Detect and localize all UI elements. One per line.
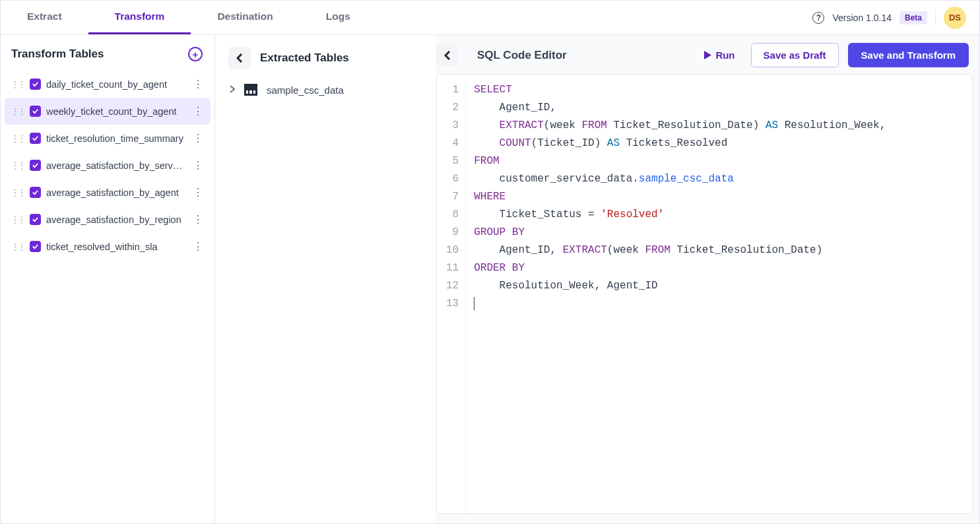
extracted-panel-title: Extracted Tables <box>260 51 427 65</box>
line-number: 2 <box>443 99 461 117</box>
transform-table-name: average_satisfaction_by_region <box>46 214 183 225</box>
drag-handle-icon[interactable]: ⋮⋮ <box>11 161 24 170</box>
tab-transform[interactable]: Transform <box>88 1 191 34</box>
line-number: 9 <box>443 224 461 242</box>
transform-table-name: average_satisfaction_by_service... <box>46 160 183 171</box>
transform-table-item[interactable]: ⋮⋮average_satisfaction_by_region⋮ <box>5 206 211 233</box>
line-number: 3 <box>443 117 461 135</box>
transform-table-name: ticket_resolved_within_sla <box>46 242 183 252</box>
more-options-button[interactable]: ⋮ <box>189 212 207 227</box>
drag-handle-icon[interactable]: ⋮⋮ <box>11 134 24 143</box>
transform-table-item[interactable]: ⋮⋮ticket_resolution_time_summary⋮ <box>5 125 211 152</box>
add-transform-button[interactable]: + <box>188 47 203 61</box>
drag-handle-icon[interactable]: ⋮⋮ <box>11 242 24 251</box>
transform-panel-header: Transform Tables + <box>5 43 211 71</box>
code-line[interactable]: Agent_ID, EXTRACT(week FROM Ticket_Resol… <box>474 242 964 259</box>
collapse-extracted-button[interactable] <box>436 44 459 67</box>
transform-panel-title: Transform Tables <box>11 48 104 61</box>
code-line[interactable]: ORDER BY <box>474 259 964 277</box>
more-options-button[interactable]: ⋮ <box>189 239 207 254</box>
editor-header: SQL Code Editor Run Save as Draft Save a… <box>436 42 973 74</box>
more-options-button[interactable]: ⋮ <box>189 158 207 173</box>
line-number: 10 <box>443 242 461 259</box>
more-options-button[interactable]: ⋮ <box>189 77 207 92</box>
avatar[interactable]: DS <box>944 7 966 29</box>
line-number: 6 <box>443 170 461 188</box>
line-number: 4 <box>443 135 461 152</box>
line-number: 7 <box>443 188 461 206</box>
help-icon[interactable]: ? <box>812 12 824 24</box>
line-number: 13 <box>443 295 461 313</box>
extracted-table-list: sample_csc_data <box>220 81 431 98</box>
code-line[interactable]: Ticket_Status = 'Resolved' <box>474 206 964 224</box>
code-line[interactable]: WHERE <box>474 188 964 206</box>
table-icon <box>244 84 257 96</box>
tab-logs[interactable]: Logs <box>300 1 377 34</box>
beta-badge: Beta <box>899 11 927 24</box>
extracted-panel-header: Extracted Tables <box>220 43 431 81</box>
line-number: 5 <box>443 152 461 170</box>
transform-table-name: ticket_resolution_time_summary <box>46 133 183 144</box>
tab-extract[interactable]: Extract <box>1 1 88 34</box>
checkbox[interactable] <box>30 241 41 252</box>
code-area[interactable]: SELECT Agent_ID, EXTRACT(week FROM Ticke… <box>466 75 972 513</box>
code-line[interactable]: Agent_ID, <box>474 99 964 117</box>
version-label: Version 1.0.14 <box>832 13 892 23</box>
main-area: Transform Tables + ⋮⋮daily_ticket_count_… <box>1 35 979 523</box>
transform-table-name: average_satisfaction_by_agent <box>46 187 183 198</box>
drag-handle-icon[interactable]: ⋮⋮ <box>11 215 24 224</box>
code-line[interactable]: Resolution_Week, Agent_ID <box>474 277 964 295</box>
transform-table-item[interactable]: ⋮⋮ticket_resolved_within_sla⋮ <box>5 233 211 260</box>
save-transform-button[interactable]: Save and Transform <box>848 43 969 67</box>
more-options-button[interactable]: ⋮ <box>189 104 207 119</box>
collapse-transform-button[interactable] <box>228 47 251 69</box>
main-tabs: ExtractTransformDestinationLogs <box>1 1 377 34</box>
chevron-left-icon <box>236 53 243 63</box>
run-button[interactable]: Run <box>698 44 741 66</box>
code-line[interactable]: GROUP BY <box>474 224 964 242</box>
checkbox[interactable] <box>30 133 41 144</box>
transform-table-item[interactable]: ⋮⋮average_satisfaction_by_service...⋮ <box>5 152 211 179</box>
code-line[interactable]: EXTRACT(week FROM Ticket_Resolution_Date… <box>474 117 964 135</box>
transform-table-name: weekly_ticket_count_by_agent <box>46 106 183 117</box>
checkbox[interactable] <box>30 160 41 171</box>
code-line[interactable]: SELECT <box>474 81 964 99</box>
code-editor[interactable]: 12345678910111213 SELECT Agent_ID, EXTRA… <box>436 74 973 514</box>
drag-handle-icon[interactable]: ⋮⋮ <box>11 80 24 89</box>
transform-table-list: ⋮⋮daily_ticket_count_by_agent⋮⋮⋮weekly_t… <box>5 71 211 260</box>
line-number: 8 <box>443 206 461 224</box>
topbar: ExtractTransformDestinationLogs ? Versio… <box>1 1 979 35</box>
tab-destination[interactable]: Destination <box>191 1 299 34</box>
chevron-right-icon[interactable] <box>230 84 235 95</box>
more-options-button[interactable]: ⋮ <box>189 185 207 200</box>
line-number: 11 <box>443 259 461 277</box>
drag-handle-icon[interactable]: ⋮⋮ <box>11 107 24 116</box>
extracted-table-name: sample_csc_data <box>267 84 344 96</box>
transform-table-item[interactable]: ⋮⋮daily_ticket_count_by_agent⋮ <box>5 71 211 98</box>
line-number: 1 <box>443 81 461 99</box>
checkbox[interactable] <box>30 106 41 117</box>
app-root: ExtractTransformDestinationLogs ? Versio… <box>0 0 980 524</box>
chevron-left-icon <box>444 51 451 60</box>
extracted-table-item[interactable]: sample_csc_data <box>226 81 431 98</box>
transform-table-name: daily_ticket_count_by_agent <box>46 79 183 90</box>
code-line[interactable]: customer_service_data.sample_csc_data <box>474 170 964 188</box>
more-options-button[interactable]: ⋮ <box>189 131 207 146</box>
checkbox[interactable] <box>30 79 41 90</box>
checkbox[interactable] <box>30 214 41 225</box>
transform-table-item[interactable]: ⋮⋮weekly_ticket_count_by_agent⋮ <box>5 98 211 125</box>
transform-table-item[interactable]: ⋮⋮average_satisfaction_by_agent⋮ <box>5 179 211 206</box>
extracted-panel: Extracted Tables sample_csc_data <box>215 35 436 523</box>
checkbox[interactable] <box>30 187 41 198</box>
run-label: Run <box>715 49 735 61</box>
text-caret <box>474 297 474 310</box>
code-line[interactable] <box>474 295 964 313</box>
line-gutter: 12345678910111213 <box>437 75 466 513</box>
code-line[interactable]: COUNT(Ticket_ID) AS Tickets_Resolved <box>474 135 964 152</box>
code-line[interactable]: FROM <box>474 152 964 170</box>
editor-panel: SQL Code Editor Run Save as Draft Save a… <box>436 35 979 523</box>
drag-handle-icon[interactable]: ⋮⋮ <box>11 188 24 197</box>
transform-panel: Transform Tables + ⋮⋮daily_ticket_count_… <box>1 35 215 523</box>
save-draft-button[interactable]: Save as Draft <box>751 43 839 67</box>
line-number: 12 <box>443 277 461 295</box>
